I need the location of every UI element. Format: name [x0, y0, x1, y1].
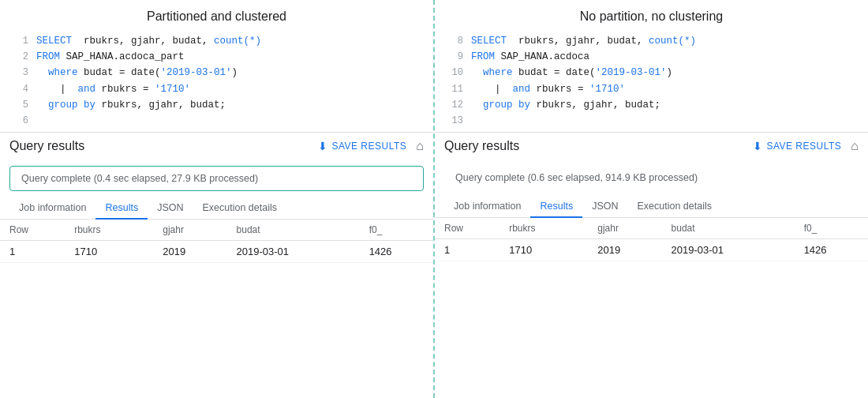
code-content: group by rbukrs, gjahr, budat;: [36, 97, 226, 113]
code-content: where budat = date('2019-03-01'): [36, 65, 238, 81]
code-line: 4 | and rbukrs = '1710': [6, 81, 433, 97]
cell-rbukrs: 1710: [65, 241, 153, 263]
code-line: 3 where budat = date('2019-03-01'): [6, 65, 433, 81]
right-panel-title: No partition, no clustering: [435, 0, 868, 30]
query-results-header-right: Query results ⬇ SAVE RESULTS ⌂: [435, 133, 868, 160]
line-number: 12: [441, 98, 463, 113]
right-code-area: 8 SELECT rbukrs, gjahr, budat, count(*) …: [435, 30, 868, 132]
cell-gjahr: 2019: [153, 241, 226, 263]
col-header-rbukrs: rbukrs: [65, 220, 153, 241]
code-content: FROM SAP_HANA.acdoca: [471, 49, 589, 65]
query-results-title: Query results: [9, 139, 312, 153]
expand-icon-right[interactable]: ⌂: [851, 139, 859, 153]
table-row: 1 1710 2019 2019-03-01 1426: [435, 239, 868, 261]
col-header-budat: budat: [227, 220, 360, 241]
cell-f0: 1426: [360, 241, 433, 263]
cell-f0: 1426: [795, 239, 868, 261]
save-results-button[interactable]: ⬇ SAVE RESULTS: [318, 140, 406, 152]
left-results-table: Row rbukrs gjahr budat f0_ 1 1710 2019 2…: [0, 220, 433, 263]
right-status-message: Query complete (0.6 sec elapsed, 914.9 K…: [455, 172, 698, 183]
col-header-row: Row: [0, 220, 65, 241]
line-number: 9: [441, 50, 463, 65]
tab-json-right[interactable]: JSON: [582, 196, 627, 218]
code-content: SELECT rbukrs, gjahr, budat, count(*): [471, 33, 696, 49]
right-results-table: Row rbukrs gjahr budat f0_ 1 1710 2019 2…: [435, 218, 868, 261]
code-content: SELECT rbukrs, gjahr, budat, count(*): [36, 33, 261, 49]
table-header-row: Row rbukrs gjahr budat f0_: [435, 218, 868, 239]
query-results-header: Query results ⬇ SAVE RESULTS ⌂: [0, 133, 433, 160]
code-line: 10 where budat = date('2019-03-01'): [441, 65, 868, 81]
code-content: | and rbukrs = '1710': [36, 81, 190, 97]
cell-row: 1: [0, 241, 65, 263]
line-number: 1: [6, 34, 28, 49]
code-line: 13: [441, 113, 868, 129]
left-panel: Partitioned and clustered 1 SELECT rbukr…: [0, 0, 435, 398]
right-panel: No partition, no clustering 8 SELECT rbu…: [435, 0, 868, 398]
col-header-budat: budat: [662, 218, 795, 239]
tab-results-right[interactable]: Results: [530, 196, 582, 218]
code-line: 6: [6, 113, 433, 129]
save-results-label-right: SAVE RESULTS: [766, 141, 841, 152]
code-line: 2 FROM SAP_HANA.acdoca_part: [6, 49, 433, 65]
cell-budat: 2019-03-01: [662, 239, 795, 261]
right-tabs-row: Job information Results JSON Execution d…: [435, 196, 868, 218]
code-content: where budat = date('2019-03-01'): [471, 65, 672, 81]
main-container: Partitioned and clustered 1 SELECT rbukr…: [0, 0, 868, 398]
col-header-f0: f0_: [795, 218, 868, 239]
tab-execution-details-left[interactable]: Execution details: [193, 197, 287, 220]
code-line: 11 | and rbukrs = '1710': [441, 81, 868, 97]
left-status-message: Query complete (0.4 sec elapsed, 27.9 KB…: [21, 173, 258, 184]
tab-job-information-left[interactable]: Job information: [9, 197, 95, 220]
cell-gjahr: 2019: [588, 239, 661, 261]
table-row: 1 1710 2019 2019-03-01 1426: [0, 241, 433, 263]
tab-execution-details-right[interactable]: Execution details: [628, 196, 722, 218]
code-content: [36, 113, 43, 129]
tab-json-left[interactable]: JSON: [148, 197, 193, 220]
left-tabs-row: Job information Results JSON Execution d…: [0, 197, 433, 220]
save-icon: ⬇: [318, 140, 328, 152]
col-header-f0: f0_: [360, 220, 433, 241]
col-header-rbukrs: rbukrs: [499, 218, 588, 239]
expand-icon[interactable]: ⌂: [416, 139, 424, 153]
line-number: 2: [6, 50, 28, 65]
tab-results-left[interactable]: Results: [95, 197, 148, 220]
line-number: 10: [441, 66, 463, 81]
code-line: 12 group by rbukrs, gjahr, budat;: [441, 97, 868, 113]
line-number: 8: [441, 34, 463, 49]
col-header-gjahr: gjahr: [588, 218, 661, 239]
code-content: | and rbukrs = '1710': [471, 81, 625, 97]
line-number: 11: [441, 82, 463, 97]
tab-job-information-right[interactable]: Job information: [444, 196, 530, 218]
line-number: 4: [6, 82, 28, 97]
line-number: 13: [441, 114, 463, 129]
cell-rbukrs: 1710: [499, 239, 588, 261]
save-icon-right: ⬇: [753, 140, 763, 152]
table-header-row: Row rbukrs gjahr budat f0_: [0, 220, 433, 241]
code-content: FROM SAP_HANA.acdoca_part: [36, 49, 185, 65]
col-header-gjahr: gjahr: [153, 220, 226, 241]
cell-row: 1: [435, 239, 499, 261]
code-line: 1 SELECT rbukrs, gjahr, budat, count(*): [6, 33, 433, 49]
code-line: 8 SELECT rbukrs, gjahr, budat, count(*): [441, 33, 868, 49]
query-results-title-right: Query results: [444, 139, 746, 153]
line-number: 5: [6, 98, 28, 113]
left-code-area: 1 SELECT rbukrs, gjahr, budat, count(*) …: [0, 30, 433, 132]
line-number: 6: [6, 114, 28, 129]
save-results-button-right[interactable]: ⬇ SAVE RESULTS: [753, 140, 841, 152]
col-header-row: Row: [435, 218, 499, 239]
code-content: [471, 113, 477, 129]
right-status-box: Query complete (0.6 sec elapsed, 914.9 K…: [444, 166, 859, 190]
cell-budat: 2019-03-01: [227, 241, 360, 263]
left-status-box: Query complete (0.4 sec elapsed, 27.9 KB…: [9, 166, 424, 191]
line-number: 3: [6, 66, 28, 81]
code-line: 5 group by rbukrs, gjahr, budat;: [6, 97, 433, 113]
code-line: 9 FROM SAP_HANA.acdoca: [441, 49, 868, 65]
save-results-label: SAVE RESULTS: [331, 141, 406, 152]
left-panel-title: Partitioned and clustered: [0, 0, 433, 30]
code-content: group by rbukrs, gjahr, budat;: [471, 97, 660, 113]
